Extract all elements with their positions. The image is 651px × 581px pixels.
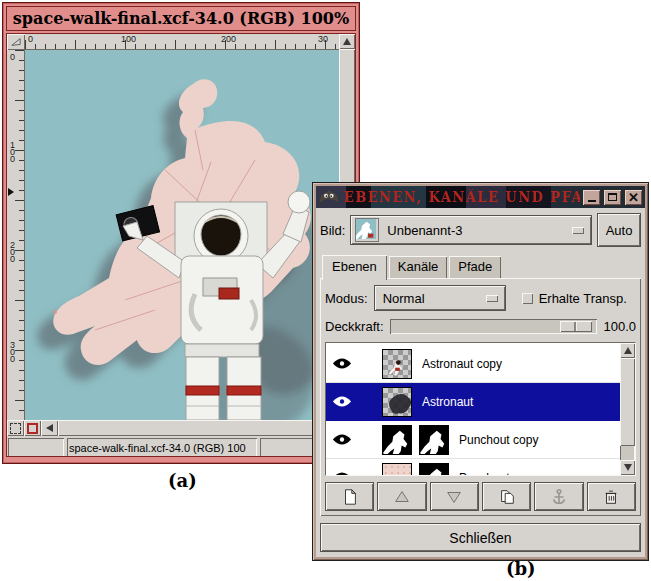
layer-visibility-eye-icon[interactable] [332, 357, 354, 370]
cursor-position-box [8, 438, 64, 457]
h-ruler-label: 200 [221, 34, 236, 44]
layer-name: Astronaut [422, 395, 473, 409]
layer-visibility-eye-icon[interactable] [332, 471, 354, 475]
up-arrow-icon [343, 38, 351, 45]
trash-icon [602, 488, 620, 506]
maximize-button[interactable] [603, 189, 622, 206]
quickmask-toggle-button[interactable] [24, 420, 41, 436]
minimize-icon [588, 200, 596, 202]
mode-value: Normal [383, 291, 486, 306]
figure-caption-b: (b) [506, 558, 536, 579]
tab-kanle[interactable]: Kanäle [389, 256, 447, 278]
status-title-box: space-walk-final.xcf-34.0 (RGB) 100 [67, 438, 257, 457]
anchor-icon [550, 488, 568, 506]
down-arrow-icon [624, 464, 632, 471]
raise-icon [393, 488, 411, 506]
maximize-icon [608, 193, 617, 201]
close-icon: ✕ [628, 191, 639, 204]
mode-label: Modus: [325, 291, 368, 306]
tab-label: Kanäle [398, 259, 438, 274]
layer-visibility-eye-icon[interactable] [332, 433, 354, 446]
marching-ants-icon [10, 423, 21, 434]
raise-layer-button[interactable] [377, 482, 426, 511]
layer-thumbnail[interactable] [382, 463, 412, 476]
lower-layer-button[interactable] [430, 482, 479, 511]
wilber-icon [318, 189, 340, 205]
layer-name: Punchout copy [459, 433, 538, 447]
tab-label: Pfade [458, 259, 492, 274]
delete-layer-button[interactable] [587, 482, 636, 511]
layer-row-punchout-copy[interactable]: Punchout copy [326, 421, 620, 459]
list-scroll-thumb[interactable] [620, 358, 635, 446]
image-thumbnail [355, 218, 379, 242]
layers-tab-panel: Modus: Normal Erhalte Transp. Deckkraft:… [320, 278, 641, 516]
tab-ebenen[interactable]: Ebenen [322, 255, 387, 280]
image-window-content: 010020030 01 0 02 0 03 0 0 [6, 33, 356, 457]
layer-name: Punchout [459, 471, 510, 476]
ruler-position-marker-icon [8, 188, 14, 196]
new-layer-button[interactable] [325, 482, 374, 511]
layer-name: Astronaut copy [422, 357, 502, 371]
v-ruler-label: 2 0 0 [10, 242, 15, 263]
ruler-corner-button[interactable] [7, 34, 25, 50]
selection-toggle-button[interactable] [7, 420, 24, 436]
duplicate-layer-button[interactable] [482, 482, 531, 511]
layer-row-punchout[interactable]: Punchout [326, 459, 620, 475]
vertical-ruler[interactable]: 01 0 02 0 03 0 0 [7, 50, 25, 420]
layer-action-buttons [325, 482, 636, 511]
tab-bar: EbenenKanälePfade [322, 252, 641, 278]
image-window: space-walk-final.xcf-34.0 (RGB) 100% 010… [2, 2, 360, 464]
scroll-up-button[interactable] [620, 343, 635, 358]
layer-thumbnail[interactable] [382, 387, 412, 417]
dropdown-indicator-icon [486, 295, 498, 302]
layer-mask-thumbnail[interactable] [419, 425, 449, 455]
minimize-button[interactable] [582, 189, 601, 206]
h-ruler-label: 30 [318, 34, 328, 44]
dropdown-indicator-icon [572, 227, 584, 234]
v-ruler-label: 0 [10, 54, 15, 61]
layer-list-scrollbar[interactable] [620, 343, 635, 475]
layer-row-astronaut[interactable]: Astronaut [326, 383, 620, 421]
v-ruler-label: 1 0 0 [10, 142, 15, 163]
image-window-titlebar[interactable]: space-walk-final.xcf-34.0 (RGB) 100% [6, 6, 356, 31]
layer-mask-thumbnail[interactable] [419, 463, 449, 476]
horizontal-scroll-thumb[interactable] [58, 420, 341, 436]
image-select-dropdown[interactable]: Unbenannt-3 [350, 215, 592, 245]
scroll-down-button[interactable] [620, 460, 635, 475]
tab-pfade[interactable]: Pfade [449, 256, 501, 278]
tab-label: Ebenen [332, 259, 377, 274]
opacity-slider[interactable] [390, 319, 598, 334]
left-arrow-icon [46, 424, 53, 432]
h-ruler-label: 100 [121, 34, 136, 44]
dialog-titlebar[interactable]: Ebenen, Kanäle und Pfade ✕ [316, 186, 645, 208]
opacity-value: 100.0 [603, 319, 636, 334]
layer-row-astronaut-copy[interactable]: Astronaut copy [326, 345, 620, 383]
status-bar: space-walk-final.xcf-34.0 (RGB) 100 [7, 438, 356, 457]
scroll-left-button[interactable] [41, 420, 58, 436]
image-select-value: Unbenannt-3 [387, 223, 572, 238]
close-window-button[interactable]: ✕ [624, 189, 643, 206]
mode-dropdown[interactable]: Normal [374, 285, 506, 311]
diagonal-corner-icon [10, 37, 22, 47]
up-arrow-icon [624, 347, 632, 354]
close-dialog-button[interactable]: Schließen [320, 523, 641, 552]
image-canvas[interactable] [25, 50, 341, 420]
layer-thumbnail[interactable] [382, 425, 412, 455]
h-ruler-label: 0 [28, 34, 33, 44]
v-ruler-label: 3 0 0 [10, 342, 15, 363]
layer-visibility-eye-icon[interactable] [332, 395, 354, 408]
quickmask-icon [27, 423, 38, 434]
duplicate-icon [498, 488, 516, 506]
preserve-transparency-checkbox[interactable] [522, 293, 533, 304]
lower-icon [445, 488, 463, 506]
horizontal-ruler[interactable]: 010020030 [25, 34, 341, 50]
dialog-title: Ebenen, Kanäle und Pfade [344, 189, 580, 206]
preserve-transparency-label: Erhalte Transp. [539, 291, 627, 306]
auto-button[interactable]: Auto [597, 213, 641, 247]
scroll-up-button[interactable] [339, 34, 355, 49]
status-text: space-walk-final.xcf-34.0 (RGB) 100 [69, 442, 246, 454]
opacity-slider-handle[interactable] [560, 321, 592, 332]
layers-dialog: Ebenen, Kanäle und Pfade ✕ Bild: Unbenan… [312, 182, 649, 561]
anchor-layer-button[interactable] [534, 482, 583, 511]
layer-thumbnail[interactable] [382, 349, 412, 379]
